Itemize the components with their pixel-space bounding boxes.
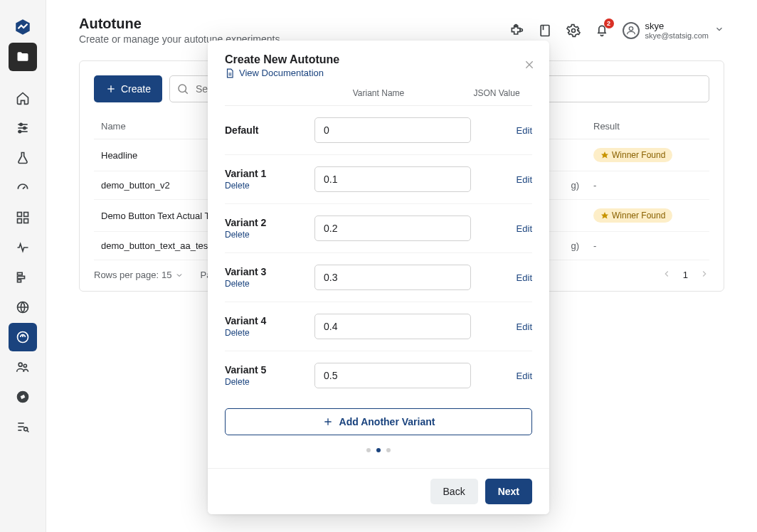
variant-delete-link[interactable]: Delete (225, 181, 296, 191)
variant-input-wrap (296, 117, 489, 143)
variant-row: Variant 1DeleteEdit (225, 155, 532, 204)
variant-edit-link[interactable]: Edit (489, 174, 532, 185)
variant-name-block: Variant 5Delete (225, 364, 296, 387)
step-indicator (225, 448, 532, 452)
close-button[interactable] (524, 59, 535, 73)
variant-input-wrap (296, 363, 489, 388)
variant-name-block: Variant 4Delete (225, 315, 296, 338)
modal-title: Create New Autotune (225, 53, 532, 66)
variant-value-input[interactable] (314, 166, 471, 192)
doc-link-label: View Documentation (239, 68, 324, 78)
next-button[interactable]: Next (485, 479, 532, 504)
variant-value-input[interactable] (314, 117, 471, 143)
variant-row: Variant 3DeleteEdit (225, 253, 532, 302)
variant-delete-link[interactable]: Delete (225, 377, 296, 387)
variant-name-block: Variant 2Delete (225, 217, 296, 240)
variant-value-input[interactable] (314, 314, 471, 339)
variant-value-input[interactable] (314, 265, 471, 290)
variant-row: DefaultEdit (225, 106, 532, 155)
modal-header: Create New Autotune View Documentation (208, 41, 549, 85)
variant-label: Variant 4 (225, 315, 296, 326)
variant-value-input[interactable] (314, 216, 471, 241)
variant-label: Variant 2 (225, 217, 296, 228)
variant-label: Variant 5 (225, 364, 296, 376)
variant-input-wrap (296, 314, 489, 339)
variant-value-input[interactable] (314, 363, 471, 388)
variant-label: Default (225, 124, 296, 136)
variant-edit-link[interactable]: Edit (489, 272, 532, 283)
modal-footer: Back Next (208, 468, 549, 514)
documentation-link[interactable]: View Documentation (225, 68, 532, 78)
variant-name-block: Variant 1Delete (225, 168, 296, 191)
variant-delete-link[interactable]: Delete (225, 279, 296, 289)
variant-row: Variant 4DeleteEdit (225, 302, 532, 351)
variant-name-block: Default (225, 124, 296, 136)
variant-edit-link[interactable]: Edit (489, 371, 532, 381)
variant-edit-link[interactable]: Edit (489, 223, 532, 234)
step-dot (386, 448, 391, 452)
add-variant-label: Add Another Variant (339, 416, 435, 427)
variant-edit-link[interactable]: Edit (489, 125, 532, 136)
variant-delete-link[interactable]: Delete (225, 230, 296, 240)
variant-label: Variant 3 (225, 266, 296, 277)
variant-row: Variant 5DeleteEdit (225, 351, 532, 400)
variant-input-wrap (296, 265, 489, 290)
variant-input-wrap (296, 216, 489, 241)
variant-input-wrap (296, 166, 489, 192)
back-button[interactable]: Back (430, 479, 478, 504)
modal-overlay: Create New Autotune View Documentation V… (0, 0, 757, 532)
variant-name-block: Variant 3Delete (225, 266, 296, 289)
col-variant-name: Variant Name (296, 88, 461, 98)
variant-row: Variant 2DeleteEdit (225, 204, 532, 253)
add-variant-button[interactable]: Add Another Variant (225, 408, 532, 435)
create-autotune-modal: Create New Autotune View Documentation V… (208, 41, 549, 514)
step-dot (376, 448, 381, 452)
step-dot (366, 448, 371, 452)
modal-body: Variant Name JSON Value DefaultEditVaria… (208, 85, 549, 468)
variant-label: Variant 1 (225, 168, 296, 179)
variant-columns: Variant Name JSON Value (225, 85, 532, 106)
variant-edit-link[interactable]: Edit (489, 321, 532, 332)
variant-delete-link[interactable]: Delete (225, 328, 296, 338)
col-json-value: JSON Value (461, 88, 532, 98)
